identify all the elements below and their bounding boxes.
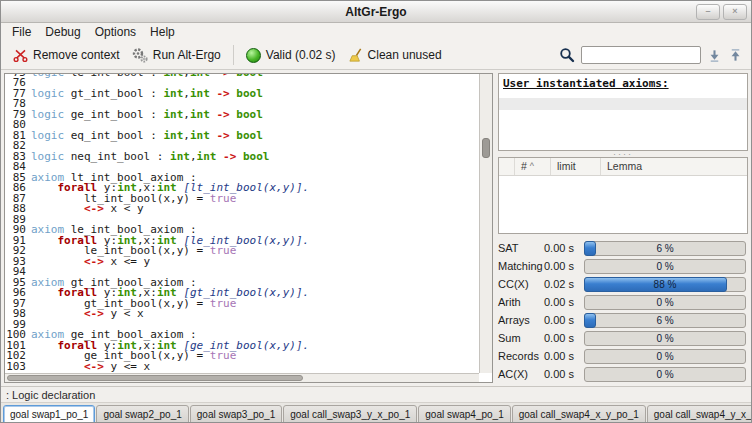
stat-time: 0.00 s [544, 242, 584, 254]
sort-indicator: ^ [530, 161, 534, 171]
code-line: 98 <-> y < x [5, 309, 479, 320]
stat-time: 0.02 s [544, 278, 584, 290]
progress-label: 6 % [585, 314, 745, 327]
app-window: AltGr-Ergo – × FileDebugOptionsHelp Remo… [0, 0, 752, 423]
stat-label: Arrays [498, 314, 544, 326]
clean-unused-button[interactable]: Clean unused [342, 46, 448, 65]
tab-goal-call_swap3_y_x_po_1[interactable]: goal call_swap3_y_x_po_1 [283, 405, 417, 423]
column-header-num[interactable]: # ^ [515, 158, 551, 175]
stat-row: Arith0.00 s0 % [498, 293, 748, 311]
find-previous-button[interactable] [728, 48, 743, 63]
code-line: 79logic ge_int_bool : int,int -> bool [5, 110, 479, 121]
search-input[interactable] [581, 46, 701, 64]
status-indicator: Valid (0.02 s) [240, 46, 342, 65]
progress-bar: 0 % [584, 259, 746, 274]
stat-label: Sum [498, 332, 544, 344]
stats-panel: SAT0.00 s6 %Matching0.00 s0 %CC(X)0.02 s… [498, 234, 748, 383]
vertical-scrollbar[interactable] [479, 74, 492, 373]
horizontal-scrollbar-thumb[interactable] [7, 375, 303, 381]
vertical-scrollbar-thumb[interactable] [482, 138, 490, 158]
tab-goal-swap1_po_1[interactable]: goal swap1_po_1 [3, 405, 95, 423]
menu-item-options[interactable]: Options [88, 24, 143, 40]
progress-bar: 6 % [584, 313, 746, 328]
progress-label: 0 % [585, 350, 745, 363]
minimize-button[interactable]: – [696, 4, 720, 20]
progress-bar: 6 % [584, 241, 746, 256]
column-header-blank [499, 158, 515, 175]
progress-label: 0 % [585, 260, 745, 273]
horizontal-scrollbar[interactable] [5, 373, 479, 382]
code-editor[interactable]: 75logic le_int_bool : int,int -> bool 76… [5, 74, 479, 373]
menu-item-debug[interactable]: Debug [38, 24, 87, 40]
menu-bar: FileDebugOptionsHelp [1, 23, 751, 41]
run-alt-ergo-label: Run Alt-Ergo [153, 48, 221, 62]
column-header-lemma[interactable]: Lemma [601, 158, 747, 175]
gear-icon [132, 47, 148, 63]
editor-frame: 75logic le_int_bool : int,int -> bool 76… [4, 73, 493, 383]
stat-row: SAT0.00 s6 % [498, 239, 748, 257]
stat-time: 0.00 s [544, 314, 584, 326]
tab-goal-call_swap4_y_x_po_1[interactable]: goal call_swap4_y_x_po_1 [647, 405, 752, 423]
menu-item-help[interactable]: Help [143, 24, 182, 40]
axioms-panel[interactable]: User instantiated axioms: [498, 73, 748, 151]
tab-bar: goal swap1_po_1goal swap2_po_1goal swap3… [1, 402, 751, 423]
lemma-table-body[interactable] [499, 176, 747, 233]
window-title: AltGr-Ergo [345, 5, 406, 19]
stat-time: 0.00 s [544, 296, 584, 308]
status-text: : Logic declaration [6, 389, 95, 401]
close-button[interactable]: × [723, 4, 747, 20]
lemma-table-header: # ^ limit Lemma [499, 158, 747, 176]
progress-bar: 0 % [584, 349, 746, 364]
code-line: 93 <-> x <= y [5, 257, 479, 268]
right-panel: User instantiated axioms: ···· # ^ limit… [498, 73, 748, 383]
stat-row: AC(X)0.00 s0 % [498, 365, 748, 383]
scissors-icon [13, 48, 28, 63]
toolbar: Remove context Run Alt-Ergo Valid (0.02 … [1, 41, 751, 70]
valid-led-icon [246, 48, 261, 63]
tab-goal-swap2_po_1[interactable]: goal swap2_po_1 [96, 405, 188, 423]
code-line: 83logic neq_int_bool : int,int -> bool [5, 152, 479, 163]
tab-goal-call_swap4_x_y_po_1[interactable]: goal call_swap4_x_y_po_1 [512, 405, 646, 423]
stat-row: Matching0.00 s0 % [498, 257, 748, 275]
stat-row: CC(X)0.02 s88 % [498, 275, 748, 293]
remove-context-button[interactable]: Remove context [7, 46, 126, 65]
progress-label: 0 % [585, 296, 745, 309]
stat-label: Matching [498, 260, 544, 272]
code-line: 103 <-> y <= x [5, 362, 479, 373]
progress-bar: 88 % [584, 277, 746, 292]
stat-time: 0.00 s [544, 368, 584, 380]
main-area: 75logic le_int_bool : int,int -> bool 76… [1, 70, 751, 386]
run-alt-ergo-button[interactable]: Run Alt-Ergo [126, 45, 227, 65]
find-next-button[interactable] [707, 48, 722, 63]
stat-row: Records0.00 s0 % [498, 347, 748, 365]
column-header-limit[interactable]: limit [551, 158, 601, 175]
broom-icon [348, 48, 363, 63]
progress-label: 6 % [585, 242, 745, 255]
tab-goal-swap4_po_1[interactable]: goal swap4_po_1 [418, 405, 510, 423]
progress-label: 0 % [585, 368, 745, 381]
progress-label: 88 % [585, 278, 745, 291]
search-icon [559, 47, 575, 63]
progress-label: 0 % [585, 332, 745, 345]
tab-goal-swap3_po_1[interactable]: goal swap3_po_1 [190, 405, 282, 423]
code-line: 77logic gt_int_bool : int,int -> bool [5, 89, 479, 100]
code-line: 81logic eq_int_bool : int,int -> bool [5, 131, 479, 142]
remove-context-label: Remove context [33, 48, 120, 62]
axioms-selected-row[interactable] [499, 98, 747, 110]
menu-item-file[interactable]: File [5, 24, 38, 40]
stat-label: SAT [498, 242, 544, 254]
clean-unused-label: Clean unused [368, 48, 442, 62]
axioms-title: User instantiated axioms: [499, 74, 747, 90]
stat-label: Arith [498, 296, 544, 308]
stat-label: AC(X) [498, 368, 544, 380]
stat-time: 0.00 s [544, 260, 584, 272]
title-bar: AltGr-Ergo – × [1, 1, 751, 23]
line-number: 103 [5, 362, 31, 373]
status-bar: : Logic declaration [1, 386, 751, 402]
stat-label: CC(X) [498, 278, 544, 290]
stat-time: 0.00 s [544, 350, 584, 362]
progress-bar: 0 % [584, 295, 746, 310]
lemma-table: # ^ limit Lemma [498, 157, 748, 234]
code-line: 88 <-> x < y [5, 204, 479, 215]
status-label: Valid (0.02 s) [266, 48, 336, 62]
